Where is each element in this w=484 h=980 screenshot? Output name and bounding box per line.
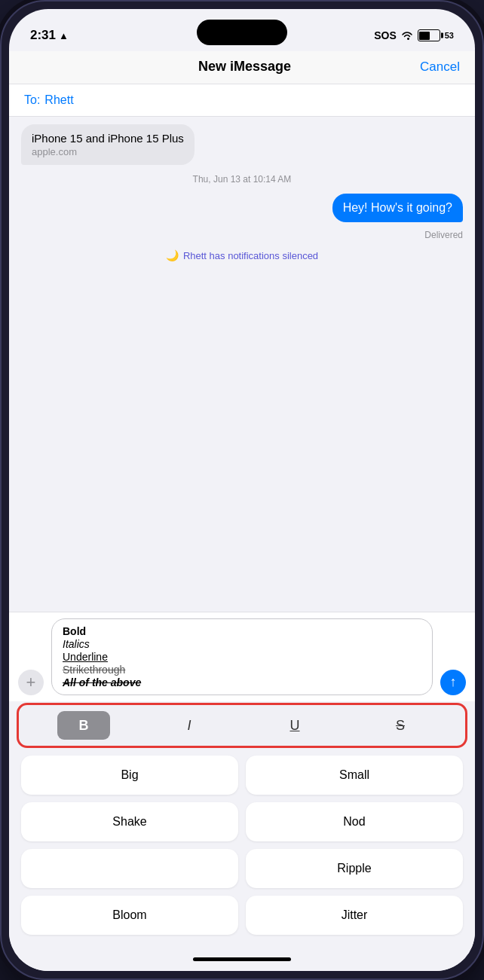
volume-down-button[interactable] [0, 273, 1, 333]
nav-bar: New iMessage Cancel [9, 51, 475, 84]
status-icons: SOS 53 [374, 29, 454, 41]
text-line-underline: Underline [63, 651, 421, 663]
text-line-strikethrough: Strikethrough [63, 664, 421, 676]
input-area: + Bold Italics Underline Strikethrough A… [9, 612, 475, 701]
message-input[interactable]: Bold Italics Underline Strikethrough All… [51, 618, 433, 695]
home-indicator[interactable] [9, 947, 475, 971]
format-toolbar: B I U S [17, 703, 467, 748]
volume-up-button[interactable] [0, 197, 1, 258]
battery-percent: 53 [445, 31, 454, 40]
silenced-notice: 🌙 Rhett has notifications silenced [21, 249, 463, 261]
effect-nod-label: Nod [343, 815, 365, 829]
gray-bubble-sub-text: apple.com [32, 146, 184, 157]
message-bubble-blue: Hey! How's it going? [332, 194, 463, 222]
effect-ripple-button[interactable]: Ripple [246, 849, 463, 888]
battery-icon: 53 [418, 29, 454, 41]
strikethrough-icon: S [396, 718, 405, 734]
to-field[interactable]: To: Rhett [9, 84, 475, 117]
location-icon: ▲ [59, 30, 69, 41]
effect-explode-button[interactable] [21, 849, 238, 888]
send-arrow-icon: ↑ [450, 675, 457, 688]
to-label: To: [24, 93, 40, 107]
status-time: 2:31 ▲ [30, 28, 69, 43]
bold-format-button[interactable]: B [57, 711, 110, 740]
silenced-text: Rhett has notifications silenced [183, 250, 318, 261]
sos-label: SOS [374, 29, 397, 41]
message-text-lines: Bold Italics Underline Strikethrough All… [63, 625, 421, 688]
blue-bubble-text: Hey! How's it going? [343, 201, 452, 215]
underline-icon: U [290, 718, 300, 734]
send-button[interactable]: ↑ [440, 670, 466, 695]
time-text: 2:31 [30, 28, 56, 43]
effect-small-label: Small [339, 768, 369, 782]
status-bar: 2:31 ▲ SOS 53 [9, 9, 475, 51]
nav-title: New iMessage [198, 59, 291, 75]
messages-area: iPhone 15 and iPhone 15 Plus apple.com T… [9, 117, 475, 612]
strikethrough-format-button[interactable]: S [374, 711, 427, 740]
phone-frame: 2:31 ▲ SOS 53 [0, 0, 484, 980]
home-bar [193, 957, 291, 961]
cancel-button[interactable]: Cancel [420, 60, 460, 75]
effect-bloom-label: Bloom [112, 908, 146, 922]
italic-icon: I [187, 718, 191, 734]
effect-jitter-label: Jitter [342, 908, 368, 922]
effect-big-button[interactable]: Big [21, 756, 238, 795]
effect-shake-button[interactable]: Shake [21, 802, 238, 841]
plus-icon: + [26, 673, 36, 692]
gray-bubble-main-text: iPhone 15 and iPhone 15 Plus [32, 132, 184, 145]
message-timestamp: Thu, Jun 13 at 10:14 AM [21, 174, 463, 185]
text-line-all-above: All of the above [63, 676, 421, 688]
text-line-italic: Italics [63, 638, 421, 650]
delivered-status: Delivered [21, 230, 463, 240]
underline-format-button[interactable]: U [268, 711, 321, 740]
text-line-bold: Bold [63, 625, 421, 637]
bold-icon: B [79, 718, 89, 734]
dynamic-island [197, 20, 287, 45]
effect-ripple-label: Ripple [337, 862, 371, 875]
effect-bloom-button[interactable]: Bloom [21, 896, 238, 935]
effects-grid: Big Small Shake Nod Ripple Bloom Jitter [9, 750, 475, 947]
italic-format-button[interactable]: I [163, 711, 216, 740]
effect-small-button[interactable]: Small [246, 756, 463, 795]
screen: 2:31 ▲ SOS 53 [9, 9, 475, 971]
effect-big-label: Big [121, 768, 138, 782]
effect-shake-label: Shake [112, 815, 146, 829]
recipient-name: Rhett [44, 93, 73, 107]
message-bubble-gray: iPhone 15 and iPhone 15 Plus apple.com [21, 124, 195, 165]
effect-jitter-button[interactable]: Jitter [246, 896, 463, 935]
effect-nod-button[interactable]: Nod [246, 802, 463, 841]
wifi-icon [401, 31, 413, 40]
add-button[interactable]: + [18, 670, 44, 695]
moon-icon: 🌙 [166, 249, 179, 261]
